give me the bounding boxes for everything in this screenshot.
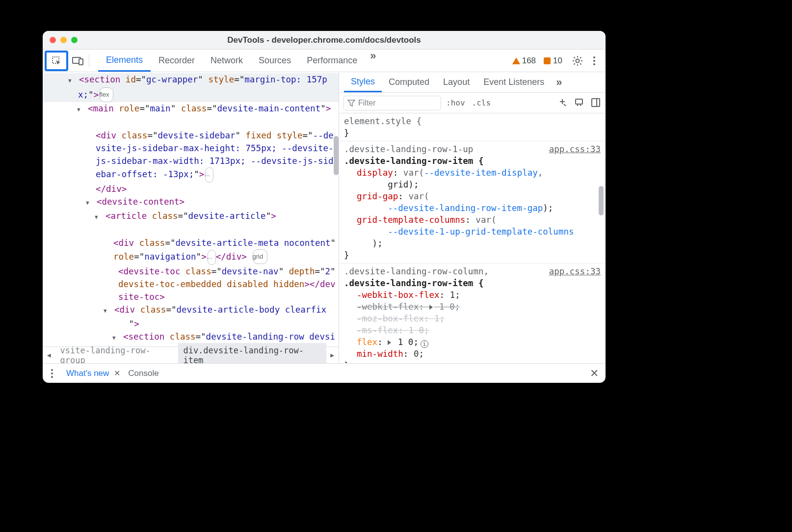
- tab-sources[interactable]: Sources: [251, 50, 299, 72]
- dom-node-toc[interactable]: <devsite-toc class="devsite-nav" depth="…: [43, 265, 339, 303]
- toolbar-right: 168 10: [512, 55, 603, 66]
- tab-layout[interactable]: Layout: [436, 72, 476, 92]
- filter-placeholder: Filter: [358, 99, 376, 107]
- expand-arrow-icon[interactable]: [108, 303, 114, 318]
- inspect-highlight: [45, 51, 68, 71]
- traffic-lights: [43, 37, 78, 43]
- copy-styles-icon[interactable]: [574, 98, 585, 108]
- expand-arrow-icon[interactable]: [113, 224, 119, 237]
- minimize-window-button[interactable]: [60, 37, 67, 43]
- dom-node-section[interactable]: <section id="gc-wrapper" style="margin-t…: [43, 73, 339, 102]
- settings-gear-icon[interactable]: [572, 55, 583, 66]
- expand-arrow-icon[interactable]: [96, 116, 102, 129]
- main-tabs: Elements Recorder Network Sources Perfor…: [98, 50, 380, 72]
- styles-filter-bar: Filter :hov .cls: [339, 93, 606, 113]
- drawer-menu-kebab-icon[interactable]: [47, 369, 57, 378]
- expand-arrow-icon[interactable]: [73, 73, 79, 87]
- styles-action-icons: [557, 98, 602, 108]
- grid-badge[interactable]: grid: [253, 249, 267, 264]
- tab-computed[interactable]: Computed: [382, 72, 436, 92]
- svg-rect-3: [544, 57, 551, 64]
- main-toolbar: Elements Recorder Network Sources Perfor…: [43, 50, 606, 72]
- svg-rect-15: [576, 99, 582, 104]
- tab-performance[interactable]: Performance: [299, 50, 365, 72]
- flex-badge[interactable]: flex: [100, 87, 113, 102]
- rule-landing-row-column[interactable]: app.css:33 .devsite-landing-row-column, …: [339, 264, 606, 363]
- drawer: What's new ✕ Console ✕: [43, 363, 606, 383]
- warnings-badge[interactable]: 168: [512, 56, 536, 66]
- breadcrumb: ◀ vsite-landing-row-group div.devsite-la…: [43, 346, 339, 363]
- more-tabs-icon[interactable]: »: [365, 50, 380, 72]
- svg-rect-2: [79, 59, 83, 65]
- hov-toggle[interactable]: :hov: [444, 98, 467, 107]
- filter-input[interactable]: Filter: [343, 96, 441, 110]
- styles-panel: Styles Computed Layout Event Listeners »…: [339, 72, 606, 363]
- new-style-rule-icon[interactable]: [557, 98, 568, 108]
- breadcrumb-scroll-right-icon[interactable]: ▶: [326, 351, 339, 359]
- expand-arrow-icon[interactable]: [100, 210, 106, 224]
- svg-line-12: [574, 63, 575, 64]
- close-window-button[interactable]: [50, 37, 56, 43]
- content: <section id="gc-wrapper" style="margin-t…: [43, 72, 606, 363]
- dom-tree[interactable]: <section id="gc-wrapper" style="margin-t…: [43, 72, 339, 346]
- dom-node-sidebar[interactable]: <div class="devsite-sidebar" fixed style…: [43, 116, 339, 195]
- main-menu-kebab-icon[interactable]: [589, 56, 600, 65]
- css-rules[interactable]: element.style { } app.css:33 .devsite-la…: [339, 113, 606, 363]
- tab-elements[interactable]: Elements: [98, 50, 151, 72]
- breadcrumb-item-prev[interactable]: vsite-landing-row-group: [55, 343, 179, 364]
- expand-arrow-icon[interactable]: [91, 195, 97, 210]
- rule-landing-row-1up[interactable]: app.css:33 .devsite-landing-row-1-up .de…: [339, 141, 606, 264]
- rule-element-style[interactable]: element.style { }: [339, 113, 606, 141]
- svg-line-9: [574, 57, 575, 58]
- close-tab-icon[interactable]: ✕: [114, 369, 120, 378]
- maximize-window-button[interactable]: [71, 37, 78, 43]
- vertical-scrollbar[interactable]: [599, 186, 604, 215]
- dom-node-main[interactable]: <main role="main" class="devsite-main-co…: [43, 102, 339, 116]
- dom-node-article[interactable]: <article class="devsite-article">: [43, 210, 339, 224]
- device-toolbar-icon[interactable]: [71, 54, 85, 68]
- tab-styles[interactable]: Styles: [344, 72, 382, 92]
- dom-node-devsite-content[interactable]: <devsite-content>: [43, 195, 339, 210]
- ellipsis-badge[interactable]: …: [208, 250, 216, 265]
- issues-count: 10: [553, 56, 562, 66]
- source-link[interactable]: app.css:33: [549, 143, 601, 155]
- svg-line-10: [580, 63, 581, 64]
- devtools-window: DevTools - developer.chrome.com/docs/dev…: [43, 31, 606, 383]
- tab-event-listeners[interactable]: Event Listeners: [476, 72, 551, 92]
- tab-recorder[interactable]: Recorder: [151, 50, 203, 72]
- breadcrumb-item-current[interactable]: div.devsite-landing-row-item: [178, 343, 326, 364]
- issues-badge[interactable]: 10: [543, 56, 562, 66]
- warning-icon: [512, 56, 521, 65]
- sidebar-tabs: Styles Computed Layout Event Listeners »: [339, 72, 606, 93]
- separator: [89, 54, 89, 67]
- window-title: DevTools - developer.chrome.com/docs/dev…: [43, 35, 606, 45]
- inspect-element-icon[interactable]: [50, 54, 63, 68]
- info-icon[interactable]: i: [421, 340, 428, 348]
- expand-arrow-icon[interactable]: [82, 102, 88, 116]
- filter-icon: [347, 99, 355, 107]
- elements-panel: <section id="gc-wrapper" style="margin-t…: [43, 72, 339, 363]
- vertical-scrollbar[interactable]: [334, 136, 339, 175]
- dom-node-article-meta[interactable]: <div class="devsite-article-meta noconte…: [43, 224, 339, 265]
- warnings-count: 168: [522, 56, 536, 66]
- dom-node-article-body[interactable]: <div class="devsite-article-body clearfi…: [43, 303, 339, 330]
- drawer-tab-whats-new[interactable]: What's new ✕: [62, 369, 124, 378]
- ellipsis-badge[interactable]: …: [205, 167, 213, 183]
- breadcrumb-scroll-left-icon[interactable]: ◀: [43, 351, 55, 359]
- more-sidebar-tabs-icon[interactable]: »: [551, 76, 566, 89]
- computed-pane-icon[interactable]: [591, 98, 602, 108]
- svg-point-4: [576, 59, 580, 62]
- svg-line-11: [580, 57, 581, 58]
- titlebar: DevTools - developer.chrome.com/docs/dev…: [43, 31, 606, 50]
- issue-icon: [543, 56, 552, 65]
- tab-network[interactable]: Network: [203, 50, 251, 72]
- svg-rect-18: [592, 99, 600, 106]
- source-link[interactable]: app.css:33: [549, 266, 601, 277]
- cls-toggle[interactable]: .cls: [470, 98, 493, 107]
- close-drawer-icon[interactable]: ✕: [590, 367, 602, 380]
- drawer-tab-console[interactable]: Console: [124, 369, 162, 378]
